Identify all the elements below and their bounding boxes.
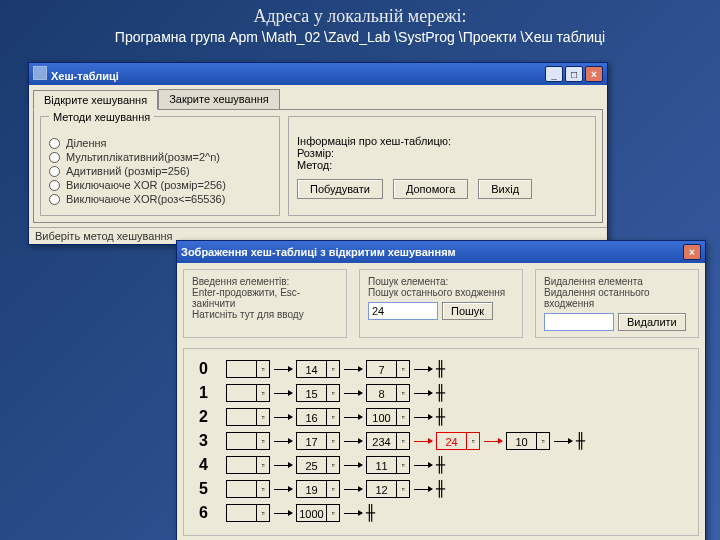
head-node: ▫ (226, 504, 270, 522)
terminator-icon: ╫ (436, 480, 445, 498)
window-title: Хеш-таблиці (51, 70, 119, 82)
radio-xor65536[interactable]: Виключаюче XOR(роз<=65536) (49, 193, 271, 205)
row-index: 3 (194, 432, 208, 450)
chain-row: 6▫1000▫╫ (194, 501, 688, 525)
terminator-icon: ╫ (436, 384, 445, 402)
page-heading: Адреса у локальній мережі: (0, 0, 720, 29)
head-node: ▫ (226, 408, 270, 426)
hash-visual-window: Зображення хеш-таблиці з відкритим хешув… (176, 240, 706, 540)
list-node: 1000▫ (296, 504, 340, 522)
head-node: ▫ (226, 480, 270, 498)
terminator-icon: ╫ (436, 408, 445, 426)
chain: ▫17▫234▫24▫10▫╫ (226, 432, 589, 450)
tab-closed-hashing[interactable]: Закрите хешування (158, 89, 280, 109)
build-button[interactable]: Побудувати (297, 179, 383, 199)
head-node: ▫ (226, 456, 270, 474)
row-index: 2 (194, 408, 208, 426)
head-node: ▫ (226, 384, 270, 402)
list-node: 25▫ (296, 456, 340, 474)
info-size: Розмір: (297, 147, 587, 159)
head-node: ▫ (226, 360, 270, 378)
terminator-icon: ╫ (436, 456, 445, 474)
radio-icon (49, 166, 60, 177)
delete-button[interactable]: Видалити (618, 313, 686, 331)
info-group: . Інформація про хеш-таблицю: Розмір: Ме… (288, 116, 596, 216)
info-legend: Інформація про хеш-таблицю: (297, 135, 587, 147)
delete-input[interactable] (544, 313, 614, 331)
chain: ▫1000▫╫ (226, 504, 379, 522)
close-button[interactable]: × (683, 244, 701, 260)
insert-hint1: Enter-продовжити, Esc-закінчити (192, 287, 338, 309)
minimize-button[interactable]: _ (545, 66, 563, 82)
methods-legend: Методи хешування (49, 111, 154, 123)
radio-multiplicative[interactable]: Мультиплікативний(розм=2^n) (49, 151, 271, 163)
tab-open-hashing[interactable]: Відкрите хешування (33, 90, 158, 110)
delete-group: Видалення елемента Видалення останнього … (535, 269, 699, 338)
radio-division[interactable]: Ділення (49, 137, 271, 149)
tabbar: Відкрите хешування Закрите хешування (33, 89, 603, 109)
chain: ▫19▫12▫╫ (226, 480, 449, 498)
chain: ▫14▫7▫╫ (226, 360, 449, 378)
row-index: 0 (194, 360, 208, 378)
terminator-icon: ╫ (366, 504, 375, 522)
insert-group: Введення елементів: Enter-продовжити, Es… (183, 269, 347, 338)
list-node: 16▫ (296, 408, 340, 426)
list-node: 100▫ (366, 408, 410, 426)
chain-row: 3▫17▫234▫24▫10▫╫ (194, 429, 688, 453)
radio-icon (49, 138, 60, 149)
search-input[interactable] (368, 302, 438, 320)
radio-icon (49, 194, 60, 205)
hash-tables-window: Хеш-таблиці _ □ × Відкрите хешування Зак… (28, 62, 608, 245)
list-node: 11▫ (366, 456, 410, 474)
list-node: 8▫ (366, 384, 410, 402)
radio-additive[interactable]: Адитивний (розмір=256) (49, 165, 271, 177)
insert-hint2: Натисніть тут для вводу (192, 309, 338, 320)
chain-row: 1▫15▫8▫╫ (194, 381, 688, 405)
list-node: 19▫ (296, 480, 340, 498)
titlebar: Хеш-таблиці _ □ × (29, 63, 607, 85)
search-group: Пошук елемента: Пошук останнього входжен… (359, 269, 523, 338)
exit-button[interactable]: Вихід (478, 179, 532, 199)
list-node: 10▫ (506, 432, 550, 450)
list-node: 7▫ (366, 360, 410, 378)
chain: ▫15▫8▫╫ (226, 384, 449, 402)
chain-row: 4▫25▫11▫╫ (194, 453, 688, 477)
row-index: 4 (194, 456, 208, 474)
terminator-icon: ╫ (436, 360, 445, 378)
maximize-button[interactable]: □ (565, 66, 583, 82)
head-node: ▫ (226, 432, 270, 450)
chain-row: 2▫16▫100▫╫ (194, 405, 688, 429)
app-icon (33, 66, 47, 80)
list-node: 14▫ (296, 360, 340, 378)
list-node: 15▫ (296, 384, 340, 402)
radio-icon (49, 180, 60, 191)
chain: ▫25▫11▫╫ (226, 456, 449, 474)
methods-group: Методи хешування Ділення Мультиплікативн… (40, 116, 280, 216)
terminator-icon: ╫ (576, 432, 585, 450)
titlebar: Зображення хеш-таблиці з відкритим хешув… (177, 241, 705, 263)
search-legend: Пошук елемента: (368, 276, 514, 287)
list-node: 17▫ (296, 432, 340, 450)
list-node: 12▫ (366, 480, 410, 498)
list-node: 234▫ (366, 432, 410, 450)
chain-row: 0▫14▫7▫╫ (194, 357, 688, 381)
row-index: 1 (194, 384, 208, 402)
row-index: 6 (194, 504, 208, 522)
radio-xor256[interactable]: Виключаюче XOR (розмір=256) (49, 179, 271, 191)
insert-legend: Введення елементів: (192, 276, 338, 287)
info-method: Метод: (297, 159, 587, 171)
search-button[interactable]: Пошук (442, 302, 493, 320)
help-button[interactable]: Допомога (393, 179, 468, 199)
hash-visualization: 0▫14▫7▫╫1▫15▫8▫╫2▫16▫100▫╫3▫17▫234▫24▫10… (183, 348, 699, 536)
close-button[interactable]: × (585, 66, 603, 82)
delete-hint: Видалення останнього входження (544, 287, 690, 309)
chain: ▫16▫100▫╫ (226, 408, 449, 426)
row-index: 5 (194, 480, 208, 498)
delete-legend: Видалення елемента (544, 276, 690, 287)
radio-icon (49, 152, 60, 163)
controls-row: Введення елементів: Enter-продовжити, Es… (177, 263, 705, 344)
search-hint: Пошук останнього входження (368, 287, 514, 298)
list-node: 24▫ (436, 432, 480, 450)
page-path: Програмна група Apm \Math_02 \Zavd_Lab \… (0, 29, 720, 53)
chain-row: 5▫19▫12▫╫ (194, 477, 688, 501)
